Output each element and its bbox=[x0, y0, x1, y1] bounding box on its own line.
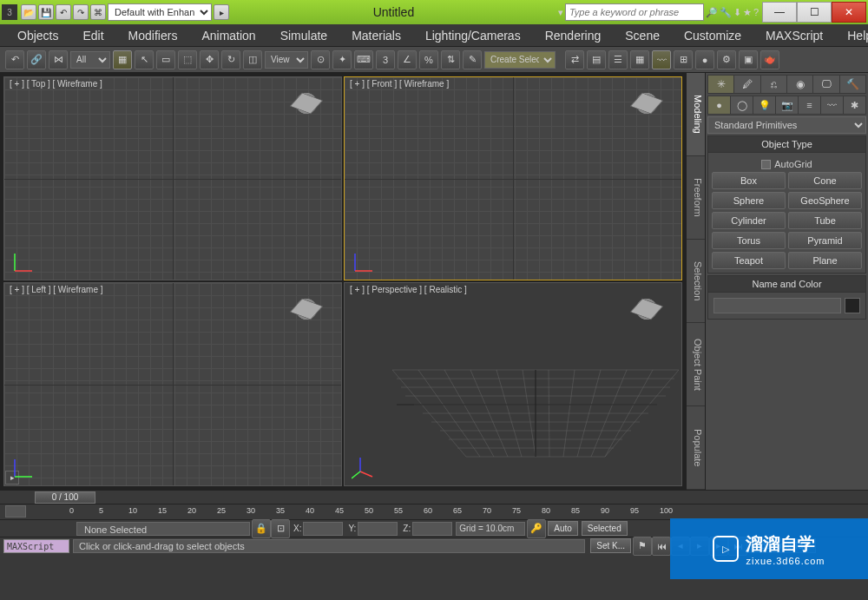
viewport-label[interactable]: [ + ] [ Top ] [ Wireframe ] bbox=[10, 79, 102, 89]
selection-filter[interactable]: All bbox=[70, 51, 110, 69]
tube-button[interactable]: Tube bbox=[788, 212, 862, 229]
autogrid-checkbox[interactable] bbox=[761, 160, 771, 169]
pivot-icon[interactable]: ⊙ bbox=[311, 50, 330, 69]
helpers-icon[interactable]: ≡ bbox=[799, 96, 820, 114]
sphere-button[interactable]: Sphere bbox=[712, 192, 786, 209]
menu-scene[interactable]: Scene bbox=[625, 29, 660, 43]
link-icon[interactable]: ⌘ bbox=[90, 4, 106, 20]
ribbon-icon[interactable]: ▦ bbox=[630, 50, 649, 69]
curve-editor-icon[interactable]: 〰 bbox=[652, 50, 671, 69]
render-icon[interactable]: 🫖 bbox=[760, 50, 779, 69]
rollout-header[interactable]: Object Type bbox=[708, 136, 865, 153]
color-swatch[interactable] bbox=[845, 298, 860, 313]
viewport-top[interactable]: [ + ] [ Top ] [ Wireframe ] bbox=[3, 76, 342, 280]
named-selection-set[interactable]: Create Selection Se bbox=[484, 51, 556, 69]
move-icon[interactable]: ✥ bbox=[200, 50, 219, 69]
lock-icon[interactable]: 🔒 bbox=[252, 519, 271, 538]
object-name-input[interactable] bbox=[713, 298, 841, 313]
isolate-icon[interactable]: ⊡ bbox=[271, 519, 290, 538]
autokey-button[interactable]: Auto bbox=[548, 521, 578, 536]
pyramid-button[interactable]: Pyramid bbox=[788, 232, 862, 249]
systems-icon[interactable]: ✱ bbox=[844, 96, 865, 114]
cylinder-button[interactable]: Cylinder bbox=[712, 212, 786, 229]
goto-start-icon[interactable]: ⏮ bbox=[652, 537, 671, 556]
undo-icon[interactable]: ↶ bbox=[56, 4, 71, 20]
y-field[interactable] bbox=[358, 522, 398, 536]
menu-maxscript[interactable]: MAXScript bbox=[766, 29, 823, 43]
search-dropdown-icon[interactable]: ▾ bbox=[558, 7, 563, 18]
geosphere-button[interactable]: GeoSphere bbox=[788, 192, 862, 209]
unlink-icon[interactable]: ⋈ bbox=[49, 50, 68, 69]
key-icon[interactable]: 🔑 bbox=[527, 519, 546, 538]
viewcube-icon[interactable] bbox=[287, 84, 326, 122]
viewport-perspective[interactable]: [ + ] [ Perspective ] [ Realistic ] bbox=[344, 282, 682, 486]
viewport-label[interactable]: [ + ] [ Front ] [ Wireframe ] bbox=[350, 79, 449, 89]
motion-tab-icon[interactable]: ◉ bbox=[787, 76, 812, 93]
menu-edit[interactable]: Edit bbox=[82, 29, 103, 43]
track-bar[interactable]: 0 5 10 15 20 25 30 35 40 45 50 55 60 65 … bbox=[0, 504, 868, 519]
category-select[interactable]: Standard Primitives bbox=[707, 116, 866, 134]
viewport-left[interactable]: [ + ] [ Left ] [ Wireframe ] bbox=[3, 282, 342, 486]
workspace-arrow-icon[interactable]: ▸ bbox=[214, 4, 229, 20]
exchange-icon[interactable]: ⬇ bbox=[733, 7, 741, 18]
select-icon[interactable]: ▦ bbox=[113, 50, 132, 69]
shapes-icon[interactable]: ◯ bbox=[731, 96, 753, 114]
window-crossing-icon[interactable]: ⬚ bbox=[178, 50, 197, 69]
plane-button[interactable]: Plane bbox=[788, 252, 862, 269]
select-object-icon[interactable]: ↖ bbox=[135, 50, 154, 69]
tab-objectpaint[interactable]: Object Paint bbox=[687, 323, 705, 406]
spacewarps-icon[interactable]: 〰 bbox=[821, 96, 843, 114]
schematic-icon[interactable]: ⊞ bbox=[674, 50, 693, 69]
workspace-select[interactable]: Default with Enhanc bbox=[108, 3, 212, 21]
z-field[interactable] bbox=[412, 522, 452, 536]
menu-help[interactable]: Help bbox=[847, 29, 868, 43]
tab-freeform[interactable]: Freeform bbox=[687, 156, 705, 240]
tab-selection[interactable]: Selection bbox=[687, 240, 705, 323]
search-input[interactable] bbox=[565, 3, 704, 21]
tab-modeling[interactable]: Modeling bbox=[687, 73, 705, 156]
render-setup-icon[interactable]: ⚙ bbox=[717, 50, 736, 69]
keyfilters-icon[interactable]: ⚑ bbox=[633, 537, 652, 556]
select-region-icon[interactable]: ▭ bbox=[156, 50, 175, 69]
viewcube-icon[interactable] bbox=[287, 290, 326, 328]
create-tab-icon[interactable]: ✳ bbox=[708, 76, 733, 93]
menu-materials[interactable]: Materials bbox=[352, 29, 401, 43]
key-mode-icon[interactable] bbox=[5, 505, 26, 518]
lights-icon[interactable]: 💡 bbox=[753, 96, 775, 114]
x-field[interactable] bbox=[303, 522, 343, 536]
menu-simulate[interactable]: Simulate bbox=[280, 29, 327, 43]
tab-populate[interactable]: Populate bbox=[687, 406, 705, 490]
percent-snap-icon[interactable]: % bbox=[419, 50, 438, 69]
viewcube-icon[interactable] bbox=[628, 290, 666, 328]
menu-modifiers[interactable]: Modifiers bbox=[128, 29, 178, 43]
viewcube-icon[interactable] bbox=[628, 84, 666, 122]
key-icon[interactable]: 🔧 bbox=[720, 7, 732, 18]
save-icon[interactable]: 💾 bbox=[38, 4, 54, 20]
time-slider[interactable]: 0 / 100 bbox=[0, 490, 868, 504]
viewport-front[interactable]: [ + ] [ Front ] [ Wireframe ] bbox=[344, 76, 682, 280]
rollout-header[interactable]: Name and Color bbox=[708, 276, 865, 293]
torus-button[interactable]: Torus bbox=[712, 232, 786, 249]
menu-animation[interactable]: Animation bbox=[201, 29, 255, 43]
redo-icon[interactable]: ↷ bbox=[73, 4, 89, 20]
modify-tab-icon[interactable]: 🖉 bbox=[734, 76, 760, 93]
angle-snap-icon[interactable]: ∠ bbox=[398, 50, 417, 69]
scale-icon[interactable]: ◫ bbox=[243, 50, 262, 69]
maximize-button[interactable]: ☐ bbox=[797, 2, 832, 23]
star-icon[interactable]: ★ bbox=[743, 7, 752, 18]
close-button[interactable]: ✕ bbox=[832, 2, 866, 23]
geometry-icon[interactable]: ● bbox=[708, 96, 730, 114]
cameras-icon[interactable]: 📷 bbox=[776, 96, 798, 114]
time-slider-handle[interactable]: 0 / 100 bbox=[35, 491, 95, 504]
spinner-snap-icon[interactable]: ⇅ bbox=[441, 50, 460, 69]
hierarchy-tab-icon[interactable]: ⎌ bbox=[761, 76, 786, 93]
minimize-button[interactable]: — bbox=[762, 2, 797, 23]
layers-icon[interactable]: ☰ bbox=[608, 50, 628, 69]
ref-coord-system[interactable]: View bbox=[265, 51, 308, 69]
search-icon[interactable]: 🔎 bbox=[706, 7, 718, 18]
utilities-tab-icon[interactable]: 🔨 bbox=[840, 76, 865, 93]
menu-lighting[interactable]: Lighting/Cameras bbox=[425, 29, 521, 43]
setkey-button[interactable]: Set K... bbox=[590, 538, 631, 553]
box-button[interactable]: Box bbox=[712, 172, 786, 189]
render-frame-icon[interactable]: ▣ bbox=[739, 50, 758, 69]
